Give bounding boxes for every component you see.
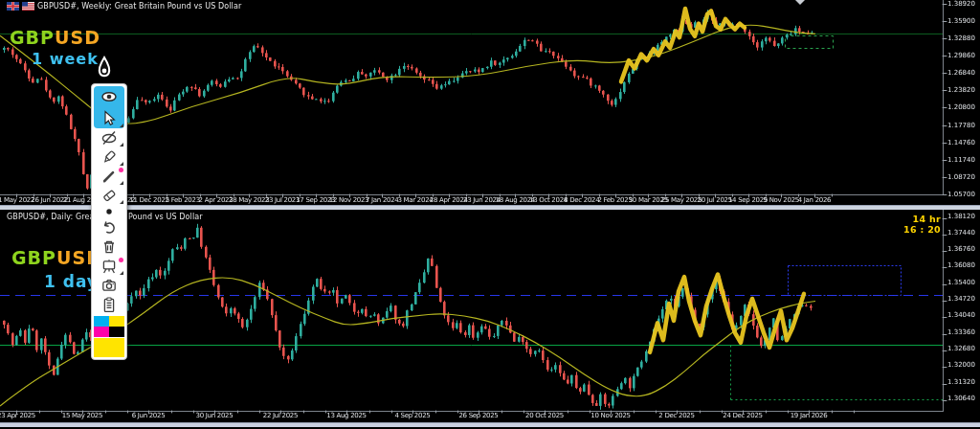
us-flag-icon <box>22 2 34 11</box>
flyout-corner <box>120 124 123 127</box>
undo-button[interactable] <box>94 218 124 237</box>
time-axis-label: 20 Jul 2025 <box>698 196 732 204</box>
price-axis-label: 1.08720 <box>947 173 975 181</box>
price-axis-label: 1.31320 <box>947 378 975 386</box>
dot-icon <box>100 206 118 217</box>
highlighter-button[interactable] <box>94 147 124 167</box>
selected-tools-group <box>94 86 124 128</box>
pen-icon <box>100 168 118 185</box>
time-axis-label: 13 Oct 2024 <box>529 196 568 204</box>
time-axis-label: 26 Sep 2025 <box>458 412 498 419</box>
time-axis-label: 13 Aug 2025 <box>326 412 367 419</box>
time-axis-label: 10 Nov 2025 <box>590 412 631 419</box>
daily-symbol-gbp: GBP <box>11 247 56 268</box>
eraser-icon <box>100 187 118 204</box>
price-axis-label: 1.38120 <box>947 213 975 220</box>
clipboard-button[interactable] <box>94 295 124 314</box>
price-axis-label: 1.33360 <box>947 328 975 336</box>
pen-tool-button[interactable] <box>94 167 124 186</box>
flyout-corner <box>120 181 123 185</box>
time-axis-label: 25 May 2025 <box>661 196 702 204</box>
window-bottom-edge <box>0 422 980 427</box>
price-axis-label: 1.36760 <box>947 245 975 253</box>
time-axis-label: 1 May 2022 <box>0 196 34 204</box>
color-swatch-cyan[interactable] <box>94 316 109 327</box>
time-axis-label: 3 Mar 2024 <box>398 196 434 204</box>
price-axis-label: 1.05700 <box>947 191 975 198</box>
time-axis-label: 2 Dec 2025 <box>658 412 694 419</box>
chart-end-marker-icon[interactable] <box>795 0 805 5</box>
select-tool-button[interactable] <box>94 107 124 128</box>
price-axis-label: 1.17780 <box>947 122 975 129</box>
color-swatch-yellow[interactable] <box>109 316 124 327</box>
time-axis-label: 30 Jun 2025 <box>196 412 234 419</box>
flyout-corner <box>120 271 123 275</box>
time-axis-label: 23 Apr 2025 <box>0 412 35 419</box>
color-swatch-magenta[interactable] <box>94 327 109 337</box>
whiteboard-button[interactable] <box>94 257 124 276</box>
flyout-corner <box>120 143 123 147</box>
highlighter-icon <box>100 148 118 166</box>
price-axis-label: 1.30640 <box>947 395 975 402</box>
trash-icon <box>100 238 118 256</box>
flyout-corner <box>120 200 123 204</box>
time-axis-label: 23 Jul 2023 <box>265 196 300 204</box>
weekly-symbol-gbp: GBP <box>10 27 55 48</box>
time-axis-label: 14 Sep 2025 <box>728 196 768 204</box>
daily-chart-canvas[interactable] <box>0 209 980 429</box>
time-axis-label: 6 Jun 2025 <box>132 412 166 419</box>
pen-cursor-icon <box>95 56 114 88</box>
time-axis-label: 22 Jul 2025 <box>263 412 298 419</box>
price-axis-label: 1.23820 <box>947 86 975 94</box>
weekly-symbol-annotation: GBPUSD <box>10 29 100 47</box>
price-axis-label: 1.36080 <box>947 261 975 269</box>
price-axis-label: 1.29860 <box>947 52 975 59</box>
time-axis-label: 12 Nov 2023 <box>329 196 369 204</box>
time-axis-label: 4 Jan 2026 <box>798 196 832 204</box>
price-axis-label: 1.35900 <box>947 17 975 25</box>
time-axis-label: 28 Apr 2024 <box>430 196 468 204</box>
candle-countdown-timer: 14 hr 16 : 20 <box>861 214 941 235</box>
price-axis-label: 1.34040 <box>947 311 975 319</box>
trading-platform-screen: GBPUSD#, Weekly: Great Britain Pound vs … <box>0 0 980 429</box>
window-separator[interactable] <box>0 205 980 210</box>
price-axis-label: 1.32680 <box>947 345 975 352</box>
time-axis-label: 15 May 2025 <box>62 412 102 419</box>
time-axis-label: 2 Feb 2025 <box>597 196 632 204</box>
time-axis-label: 28 May 2023 <box>229 196 269 204</box>
weekly-price-axis[interactable]: 1.389201.359001.328801.298601.268401.238… <box>946 0 980 199</box>
hide-annotations-button[interactable] <box>94 128 124 147</box>
price-axis-label: 1.26840 <box>947 69 975 77</box>
camera-icon <box>100 277 118 294</box>
weekly-chart-title: GBPUSD#, Weekly: Great Britain Pound vs … <box>37 2 241 11</box>
eraser-button[interactable] <box>94 186 124 205</box>
screenshot-button[interactable] <box>94 276 124 295</box>
time-axis-label: 7 Jan 2024 <box>366 196 399 204</box>
daily-price-axis[interactable]: 1.381201.374401.367601.360801.354001.347… <box>946 207 980 410</box>
price-axis-label: 1.35400 <box>947 279 975 286</box>
daily-time-axis[interactable]: 23 Apr 202515 May 20256 Jun 202530 Jun 2… <box>0 411 944 421</box>
price-axis-label: 1.32000 <box>947 361 975 369</box>
clear-all-button[interactable] <box>94 237 124 257</box>
price-axis-label: 1.34720 <box>947 295 975 303</box>
price-axis-label: 1.20800 <box>947 103 975 111</box>
eye-icon <box>100 88 118 105</box>
time-axis-label: 2 Apr 2023 <box>199 196 234 204</box>
annotation-toolbar <box>91 83 127 360</box>
toggle-visibility-button[interactable] <box>94 86 124 107</box>
daily-symbol-annotation: GBPUSD <box>11 249 102 267</box>
color-swatch-grid <box>94 316 124 337</box>
active-color-swatch[interactable] <box>94 338 124 357</box>
price-axis-label: 1.11740 <box>947 156 975 164</box>
time-axis-label: 19 Jan 2026 <box>791 412 828 419</box>
stroke-size-button[interactable] <box>94 205 124 218</box>
price-axis-label: 1.37440 <box>947 229 975 237</box>
weekly-chart-canvas[interactable] <box>0 0 980 207</box>
price-axis-label: 1.32880 <box>947 34 975 42</box>
time-axis-label: 5 Feb 2023 <box>166 196 200 204</box>
time-axis-label: 4 Sep 2025 <box>395 412 431 419</box>
time-axis-label: 20 Oct 2025 <box>525 412 564 419</box>
weekly-timeframe-annotation: 1 week <box>32 50 99 68</box>
color-swatch-black[interactable] <box>109 327 124 337</box>
price-axis-label: 1.14760 <box>947 139 975 147</box>
